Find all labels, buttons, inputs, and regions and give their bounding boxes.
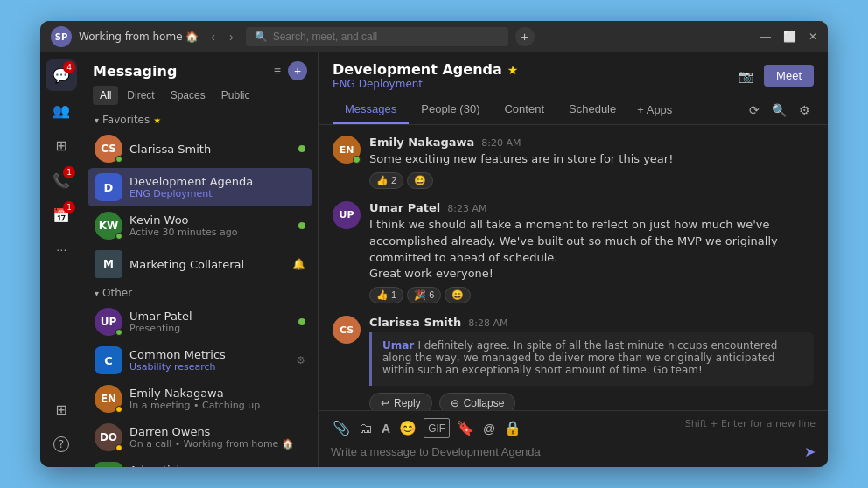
- msg-author-clarissa: Clarissa Smith: [369, 316, 461, 329]
- sidebar-add-button[interactable]: +: [288, 61, 307, 80]
- message-group-umar: UP Umar Patel 8:23 AM I think we should …: [332, 201, 814, 303]
- chat-item-dev-agenda[interactable]: D Development Agenda ENG Deployment: [88, 168, 312, 206]
- emoji-button[interactable]: 😊: [397, 418, 418, 438]
- people-nav-button[interactable]: 👥: [46, 94, 77, 126]
- chat-item-darren[interactable]: DO Darren Owens On a call • Working from…: [88, 418, 312, 457]
- text-format-button[interactable]: A: [380, 418, 392, 438]
- quoted-author: Umar I definitely agree. In spite of all…: [382, 339, 803, 376]
- sidebar-header: Messaging ≡ +: [82, 52, 318, 86]
- message-input-area: 📎 🗂 A 😊 GIF 🔖 @ 🔒 Shift + Enter for a ne…: [318, 410, 828, 467]
- reaction-thumbsup-emily[interactable]: 👍 2: [369, 172, 403, 189]
- chat-item-clarissa-smith[interactable]: CS Clarissa Smith: [88, 129, 312, 168]
- chat-info-umar: Umar Patel Presenting: [130, 310, 291, 334]
- image-button[interactable]: GIF: [424, 418, 450, 438]
- calls-badge: 1: [63, 166, 75, 178]
- search-bar[interactable]: 🔍: [246, 27, 508, 46]
- calendar-nav-button[interactable]: 📅 1: [46, 199, 77, 231]
- other-section-header[interactable]: ▾ Other: [88, 283, 312, 303]
- sidebar-list: ▾ Favorites ★ CS Clarissa Smith: [82, 110, 318, 467]
- chat-item-common-metrics[interactable]: C Common Metrics Usability research ⚙: [88, 341, 312, 380]
- folder-button[interactable]: 🗂: [357, 418, 374, 438]
- reaction-smile-umar[interactable]: 😄: [444, 287, 471, 303]
- status-dot-darren: [116, 444, 122, 451]
- help-icon: ?: [53, 436, 69, 452]
- chat-star-icon: ★: [508, 63, 519, 77]
- close-button[interactable]: ✕: [808, 31, 817, 43]
- avatar-common-metrics: C: [94, 346, 122, 374]
- help-nav-button[interactable]: ?: [46, 429, 77, 460]
- chat-name-marketing: Marketing Collateral: [130, 258, 285, 271]
- msg-author-umar: Umar Patel: [369, 201, 440, 214]
- meet-button[interactable]: Meet: [764, 65, 814, 87]
- chat-item-umar[interactable]: UP Umar Patel Presenting: [88, 303, 312, 341]
- tab-schedule[interactable]: Schedule: [556, 95, 628, 124]
- unread-dot-umar: [298, 318, 305, 325]
- reaction-thumbsup-umar[interactable]: 👍 1: [369, 287, 403, 303]
- sticker-button[interactable]: 🔖: [455, 418, 476, 438]
- message-group-emily: EN Emily Nakagawa 8:20 AM Some exciting …: [332, 136, 814, 189]
- chat-info-advertising: Advertising Marketing Department: [130, 464, 305, 467]
- message-input-field[interactable]: [331, 445, 797, 458]
- mention-button[interactable]: @: [481, 418, 497, 438]
- nav-arrows: ‹ ›: [206, 28, 238, 45]
- tab-all[interactable]: All: [93, 86, 118, 105]
- filter-button[interactable]: ≡: [274, 61, 281, 80]
- chat-item-marketing[interactable]: M Marketing Collateral 🔔: [88, 245, 312, 283]
- chat-sub-dev-agenda: ENG Deployment: [130, 188, 305, 199]
- avatar-clarissa-smith: CS: [94, 135, 122, 163]
- msg-avatar-clarissa: CS: [332, 316, 360, 344]
- tab-content[interactable]: Content: [492, 95, 556, 124]
- chat-item-advertising[interactable]: A Advertising Marketing Department: [88, 457, 312, 467]
- tab-people[interactable]: People (30): [409, 95, 492, 124]
- add-button[interactable]: +: [515, 27, 535, 46]
- chat-sub-common-metrics: Usability research: [130, 361, 289, 373]
- tab-direct[interactable]: Direct: [120, 86, 161, 105]
- reaction-smile-emily[interactable]: 😄: [407, 172, 433, 189]
- search-chat-button[interactable]: 🔍: [768, 100, 790, 121]
- chat-item-kevin-woo[interactable]: KW Kevin Woo Active 30 minutes ago: [88, 206, 312, 245]
- msg-header-clarissa: Clarissa Smith 8:28 AM: [369, 316, 814, 329]
- maximize-button[interactable]: ⬜: [783, 31, 796, 43]
- calls-nav-button[interactable]: 📞 1: [46, 164, 77, 196]
- reaction-party-umar[interactable]: 🎉 6: [407, 287, 441, 303]
- chat-item-emily[interactable]: EN Emily Nakagawa In a meeting • Catchin…: [88, 380, 312, 418]
- attach-button[interactable]: 📎: [331, 418, 352, 438]
- collapse-button[interactable]: ⊖ Collapse: [439, 393, 516, 410]
- settings-chat-button[interactable]: ⚙: [795, 100, 814, 121]
- chat-name-darren: Darren Owens: [130, 425, 305, 438]
- msg-header-emily: Emily Nakagawa 8:20 AM: [369, 136, 814, 149]
- chat-info-dev-agenda: Development Agenda ENG Deployment: [130, 175, 305, 199]
- favorites-section-header[interactable]: ▾ Favorites ★: [88, 110, 312, 129]
- video-button[interactable]: 📷: [735, 66, 757, 87]
- chat-nav-button[interactable]: 💬 4: [46, 59, 77, 91]
- tab-spaces[interactable]: Spaces: [164, 86, 213, 105]
- teams-nav-button[interactable]: ⊞: [46, 129, 77, 161]
- reply-button[interactable]: ↩ Reply: [369, 393, 432, 410]
- chat-header: Development Agenda ★ ENG Deployment 📷 Me…: [318, 52, 828, 125]
- calendar-badge: 1: [63, 201, 75, 213]
- chat-name-advertising: Advertising: [130, 464, 305, 467]
- collapse-icon: ⊖: [451, 397, 459, 409]
- back-button[interactable]: ‹: [206, 28, 220, 45]
- tab-public[interactable]: Public: [214, 86, 257, 105]
- lock-button[interactable]: 🔒: [502, 418, 523, 438]
- input-toolbar: 📎 🗂 A 😊 GIF 🔖 @ 🔒 Shift + Enter for a ne…: [331, 418, 816, 438]
- refresh-icon-button[interactable]: ⟳: [746, 100, 763, 121]
- forward-button[interactable]: ›: [224, 28, 239, 45]
- tab-messages[interactable]: Messages: [332, 95, 409, 124]
- quoted-message: Umar I definitely agree. In spite of all…: [369, 332, 814, 386]
- send-button[interactable]: ➤: [804, 443, 816, 460]
- search-input[interactable]: [273, 31, 500, 43]
- tab-bar: All Direct Spaces Public: [82, 86, 318, 105]
- chat-tabs: Messages People (30) Content Schedule + …: [332, 95, 814, 124]
- msg-author-emily: Emily Nakagawa: [369, 136, 474, 149]
- app-window: SP Working from home 🏠 ‹ › 🔍 + — ⬜ ✕ 💬 4: [40, 21, 828, 467]
- minimize-button[interactable]: —: [760, 31, 771, 43]
- chat-info-darren: Darren Owens On a call • Working from ho…: [130, 425, 305, 450]
- status-dot-umar: [116, 329, 122, 336]
- connect-nav-button[interactable]: ⋯: [46, 234, 77, 266]
- add-tab-button[interactable]: + Apps: [628, 98, 681, 122]
- msg-time-emily: 8:20 AM: [481, 137, 521, 149]
- apps-nav-button[interactable]: ⊞: [46, 394, 77, 425]
- favorites-star-icon: ★: [153, 115, 161, 125]
